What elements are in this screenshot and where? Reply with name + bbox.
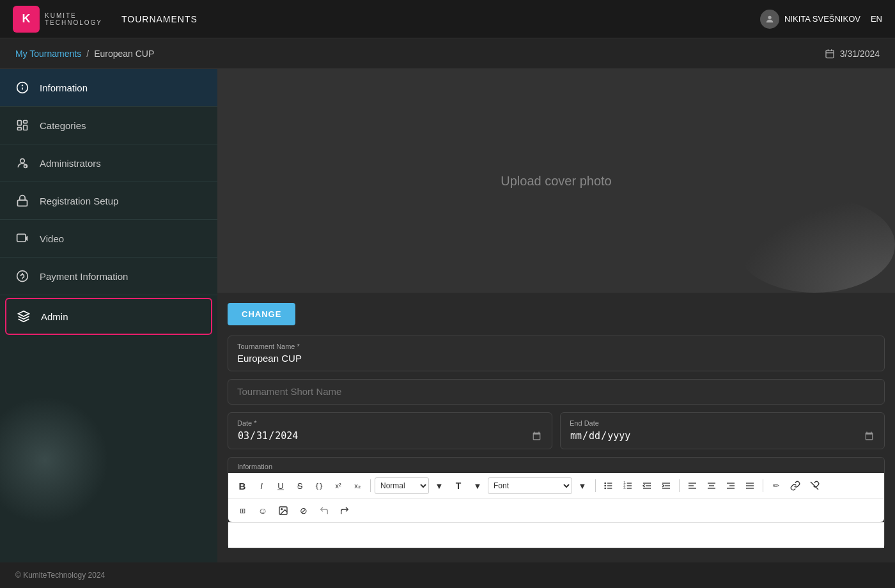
toolbar-unordered-list[interactable] <box>600 477 618 495</box>
toolbar-format-color[interactable]: ✏ <box>767 477 785 495</box>
svg-rect-11 <box>18 127 22 130</box>
logo-text: KUMITE TECHNOLOGY <box>45 12 102 26</box>
tournament-name-label: Tournament Name * <box>237 343 875 350</box>
toolbar-image[interactable] <box>274 502 292 520</box>
toolbar-text-color[interactable]: T <box>449 477 467 495</box>
tournament-short-name-input[interactable] <box>237 386 875 397</box>
sidebar-item-categories[interactable]: Categories <box>0 107 217 144</box>
tournament-short-name-field <box>228 379 885 405</box>
svg-rect-1 <box>826 50 834 58</box>
categories-icon <box>15 118 29 132</box>
sidebar-label-admin: Admin <box>41 311 68 322</box>
language-selector[interactable]: EN <box>871 14 882 24</box>
user-info[interactable]: NIKITA SVEŠNIKOV <box>760 10 860 29</box>
toolbar-ordered-list[interactable]: 1.2.3. <box>619 477 637 495</box>
avatar <box>760 10 779 29</box>
nav-tournaments[interactable]: TOURNAMENTS <box>121 14 198 24</box>
toolbar-link[interactable] <box>786 477 804 495</box>
toolbar-align-left[interactable] <box>683 477 701 495</box>
editor-toolbar-row2: ⊞ ☺ ⊘ <box>228 499 884 522</box>
svg-point-0 <box>768 15 771 19</box>
toolbar-font-arrow[interactable]: ▼ <box>573 477 591 495</box>
cover-photo-text: Upload cover photo <box>501 174 611 189</box>
svg-rect-8 <box>18 121 22 126</box>
breadcrumb-my-tournaments[interactable]: My Tournaments <box>15 49 81 59</box>
content-area: Upload cover photo CHANGE Tournament Nam… <box>217 69 895 562</box>
sidebar-item-video[interactable]: Video <box>0 220 217 258</box>
current-date: 3/31/2024 <box>840 49 880 59</box>
end-date-input[interactable] <box>570 429 875 442</box>
toolbar-sep-3 <box>679 479 680 492</box>
start-date-field: Date * <box>228 412 552 449</box>
start-date-input[interactable] <box>237 429 543 442</box>
toolbar-undo[interactable] <box>315 502 333 520</box>
toolbar-superscript[interactable]: x² <box>329 477 347 495</box>
toolbar-outdent[interactable] <box>638 477 656 495</box>
logo-icon: K <box>13 6 40 33</box>
toolbar-redo[interactable] <box>336 502 354 520</box>
toolbar-clear-format[interactable]: ⊘ <box>295 502 313 520</box>
sidebar-label-payment-information: Payment Information <box>40 271 128 282</box>
footer: © KumiteTechnology 2024 <box>0 562 895 588</box>
svg-point-12 <box>20 159 25 163</box>
sidebar-label-categories: Categories <box>40 120 86 131</box>
video-icon <box>15 231 29 245</box>
breadcrumb: My Tournaments / European CUP <box>15 49 154 59</box>
toolbar-italic[interactable]: I <box>253 477 270 495</box>
registration-icon <box>15 194 29 208</box>
start-date-label: Date * <box>237 419 543 427</box>
toolbar-indent[interactable] <box>657 477 675 495</box>
svg-point-23 <box>605 488 605 488</box>
breadcrumb-bar: My Tournaments / European CUP 3/31/2024 <box>0 38 895 69</box>
sidebar-item-admin[interactable]: Admin <box>5 298 212 335</box>
administrators-icon <box>15 156 29 170</box>
sidebar-item-administrators[interactable]: Administrators <box>0 144 217 182</box>
svg-rect-15 <box>17 234 26 242</box>
toolbar-sep-1 <box>370 479 371 492</box>
tournament-name-field: Tournament Name * <box>228 336 885 371</box>
toolbar-justify[interactable] <box>741 477 759 495</box>
toolbar-unlink[interactable] <box>805 477 823 495</box>
svg-rect-10 <box>24 125 27 130</box>
sidebar-item-payment-information[interactable]: Payment Information <box>0 258 217 295</box>
sidebar-item-information[interactable]: Information <box>0 69 217 107</box>
svg-point-13 <box>24 165 27 168</box>
logo[interactable]: K KUMITE TECHNOLOGY <box>13 6 102 33</box>
svg-point-22 <box>605 485 605 486</box>
toolbar-bold[interactable]: B <box>233 477 251 495</box>
editor-toolbar-row1: B I U S {} x² x₂ Normal Heading 1 Headin… <box>228 473 884 499</box>
toolbar-text-style-select[interactable]: Normal Heading 1 Heading 2 <box>375 477 429 494</box>
footer-copyright: © KumiteTechnology 2024 <box>15 571 105 580</box>
calendar-icon <box>825 49 835 59</box>
toolbar-strikethrough[interactable]: S <box>291 477 309 495</box>
sidebar-item-registration-setup[interactable]: Registration Setup <box>0 182 217 220</box>
cover-photo-overlay <box>735 197 895 293</box>
toolbar-text-color-arrow[interactable]: ▼ <box>469 477 486 495</box>
toolbar-underline[interactable]: U <box>272 477 290 495</box>
svg-point-17 <box>17 271 28 282</box>
sidebar-label-administrators: Administrators <box>40 158 101 169</box>
change-cover-button[interactable]: CHANGE <box>228 303 295 325</box>
toolbar-emoji[interactable]: ☺ <box>254 502 272 520</box>
date-row: Date * End Date <box>228 412 885 449</box>
toolbar-text-style-arrow[interactable]: ▼ <box>430 477 448 495</box>
editor-content-area[interactable] <box>228 522 884 548</box>
information-editor: Information B I U S {} x² x₂ Normal Head… <box>228 457 885 548</box>
user-name: NIKITA SVEŠNIKOV <box>784 14 860 24</box>
toolbar-font-select[interactable]: Font Arial Times New Roman <box>488 477 572 494</box>
cover-photo-area: Upload cover photo <box>217 69 895 293</box>
admin-icon <box>17 309 31 323</box>
toolbar-video-embed[interactable]: ⊞ <box>233 502 251 520</box>
tournament-name-input[interactable] <box>237 353 875 364</box>
toolbar-align-right[interactable] <box>722 477 740 495</box>
breadcrumb-separator: / <box>86 49 89 59</box>
toolbar-align-center[interactable] <box>703 477 720 495</box>
sidebar-label-registration-setup: Registration Setup <box>40 196 118 206</box>
svg-point-50 <box>281 509 283 510</box>
nav-right: NIKITA SVEŠNIKOV EN <box>760 10 882 29</box>
form-section: Tournament Name * Date * End Date <box>217 336 895 449</box>
svg-text:3.: 3. <box>623 486 626 490</box>
toolbar-subscript[interactable]: x₂ <box>348 477 366 495</box>
date-display: 3/31/2024 <box>825 49 880 59</box>
toolbar-code[interactable]: {} <box>310 477 328 495</box>
